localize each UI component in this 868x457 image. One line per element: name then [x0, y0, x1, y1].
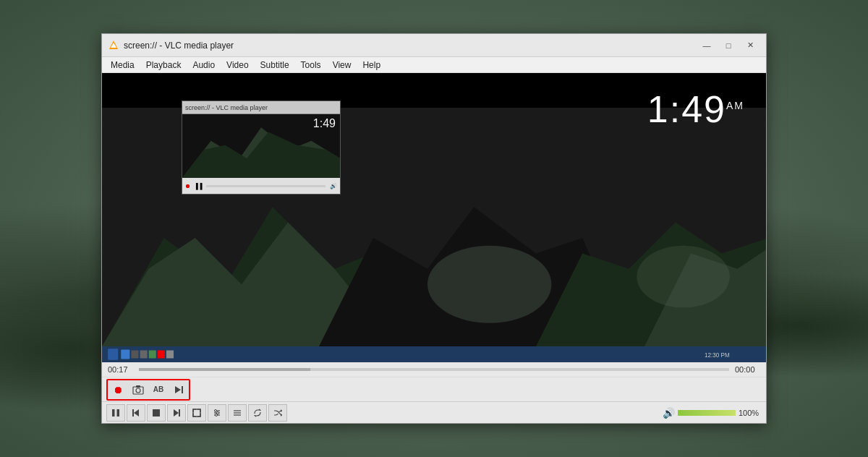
frame-advance-button[interactable] [169, 380, 189, 399]
title-bar: screen:// - VLC media player — □ ✕ [102, 34, 766, 57]
volume-area: 🔊 100% [663, 407, 762, 419]
nested-titlebar: screen:// - VLC media player [182, 101, 340, 114]
svg-point-37 [215, 409, 217, 411]
pause-button[interactable] [106, 404, 125, 422]
svg-point-8 [427, 246, 551, 323]
svg-rect-32 [179, 409, 180, 417]
svg-rect-26 [112, 409, 115, 417]
menu-playback[interactable]: Playback [140, 59, 187, 72]
svg-rect-17 [149, 351, 156, 359]
menu-tools[interactable]: Tools [295, 59, 327, 72]
close-button[interactable]: ✕ [740, 38, 760, 53]
svg-marker-43 [260, 409, 261, 411]
svg-point-22 [136, 388, 140, 393]
svg-rect-2 [112, 48, 115, 49]
menu-view[interactable]: View [327, 59, 357, 72]
ab-button[interactable]: AB [148, 380, 169, 399]
time-value: 1:49 [647, 88, 726, 130]
menu-audio[interactable]: Audio [187, 59, 221, 72]
svg-rect-29 [132, 409, 134, 417]
menu-help[interactable]: Help [357, 59, 386, 72]
vlc-cone-icon [108, 40, 119, 51]
svg-rect-13 [108, 349, 118, 359]
svg-point-9 [637, 246, 730, 308]
progress-bar[interactable] [139, 368, 729, 371]
title-bar-left: screen:// - VLC media player [108, 40, 234, 51]
nested-controls: ⏺ ▐▐ 🔊 [182, 178, 340, 194]
total-time: 00:00 [735, 365, 760, 374]
volume-bar[interactable] [678, 410, 736, 416]
nested-title: screen:// - VLC media player [185, 104, 268, 111]
maximize-button[interactable]: □ [718, 38, 739, 53]
am-pm: AM [726, 100, 744, 111]
svg-rect-16 [140, 351, 148, 359]
record-group: ⏺ AB [106, 379, 190, 401]
nested-video [182, 114, 340, 178]
svg-rect-18 [158, 351, 165, 359]
svg-marker-44 [254, 415, 255, 417]
svg-rect-33 [193, 409, 200, 417]
svg-marker-24 [175, 386, 181, 393]
loop-button[interactable] [248, 404, 267, 422]
svg-rect-15 [131, 351, 138, 359]
current-time: 00:17 [108, 365, 133, 374]
stop-button[interactable] [147, 404, 166, 422]
fullscreen-button[interactable] [187, 404, 206, 422]
window-title: screen:// - VLC media player [124, 40, 234, 51]
menu-video[interactable]: Video [221, 59, 254, 72]
prev-button[interactable] [127, 404, 145, 422]
bottom-controls: 🔊 100% [102, 401, 766, 423]
volume-label: 100% [739, 409, 762, 417]
playback-controls [106, 404, 287, 422]
svg-rect-14 [121, 349, 129, 359]
svg-marker-28 [134, 409, 139, 417]
volume-icon: 🔊 [663, 407, 675, 419]
menu-bar: Media Playback Audio Video Subtitle Tool… [102, 57, 766, 73]
controls-bar: ⏺ AB [102, 377, 766, 401]
svg-point-39 [216, 414, 218, 416]
svg-point-38 [217, 411, 219, 414]
svg-marker-45 [281, 414, 282, 417]
record-button[interactable]: ⏺ [108, 380, 128, 399]
svg-marker-31 [174, 409, 179, 417]
snapshot-button[interactable] [128, 380, 148, 399]
video-area[interactable]: 1:49AM screen:// - VLC media player ⏺ ▐▐ [102, 73, 766, 362]
menu-media[interactable]: Media [105, 59, 140, 72]
nested-vlc-window: screen:// - VLC media player ⏺ ▐▐ 🔊 [182, 101, 341, 195]
menu-subtitle[interactable]: Subtitle [255, 59, 295, 72]
vlc-window: screen:// - VLC media player — □ ✕ Media… [101, 33, 767, 424]
svg-text:12:30 PM: 12:30 PM [705, 351, 730, 359]
volume-fill [678, 410, 736, 416]
svg-rect-27 [117, 409, 120, 417]
random-button[interactable] [268, 404, 287, 422]
progress-area: 00:17 00:00 [102, 362, 766, 377]
title-bar-buttons: — □ ✕ [697, 38, 760, 53]
svg-rect-19 [166, 351, 174, 359]
next-button[interactable] [167, 404, 186, 422]
progress-fill [139, 368, 310, 371]
playlist-button[interactable] [228, 404, 247, 422]
svg-rect-30 [153, 409, 160, 417]
taskbar-strip: 12:30 PM [102, 346, 766, 362]
minimize-button[interactable]: — [697, 38, 717, 53]
screen-capture: 1:49AM screen:// - VLC media player ⏺ ▐▐ [102, 73, 766, 362]
svg-marker-46 [281, 409, 282, 412]
svg-rect-23 [136, 385, 140, 388]
extended-settings-button[interactable] [208, 404, 226, 422]
time-display: 1:49AM [647, 87, 744, 131]
svg-rect-25 [182, 386, 183, 393]
